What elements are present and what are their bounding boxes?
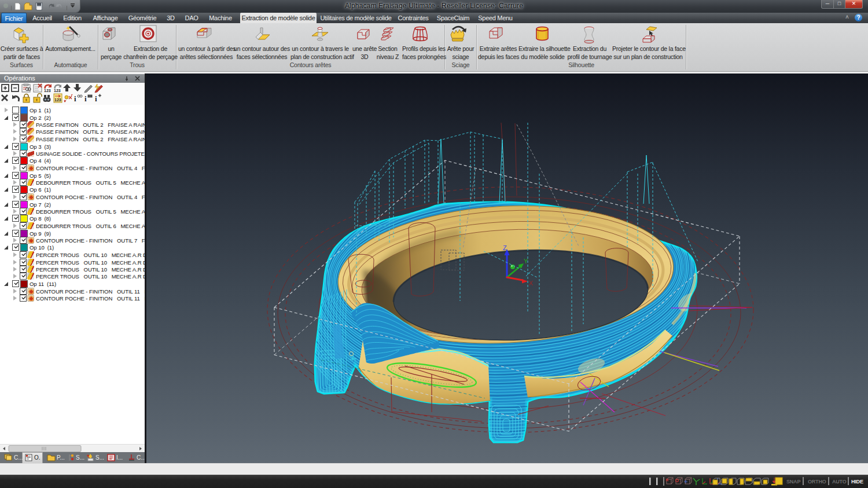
svg-text:i: i [95,94,97,103]
svg-text:i: i [84,94,87,103]
svg-text:123: 123 [44,89,51,93]
svg-text:i: i [74,94,76,103]
svg-text:C...: C... [137,454,145,461]
svg-text:I...: I... [116,454,123,461]
svg-text:Z: Z [503,244,507,251]
svg-text:S...: S... [95,454,104,461]
svg-text:123: 123 [54,89,61,93]
svg-text:S...: S... [76,454,84,461]
svg-text:X: X [529,280,534,287]
svg-text:P...: P... [57,454,65,461]
svg-text:123: 123 [54,98,61,102]
svg-text:O.: O. [34,454,41,461]
svg-text:C...: C... [14,454,23,461]
